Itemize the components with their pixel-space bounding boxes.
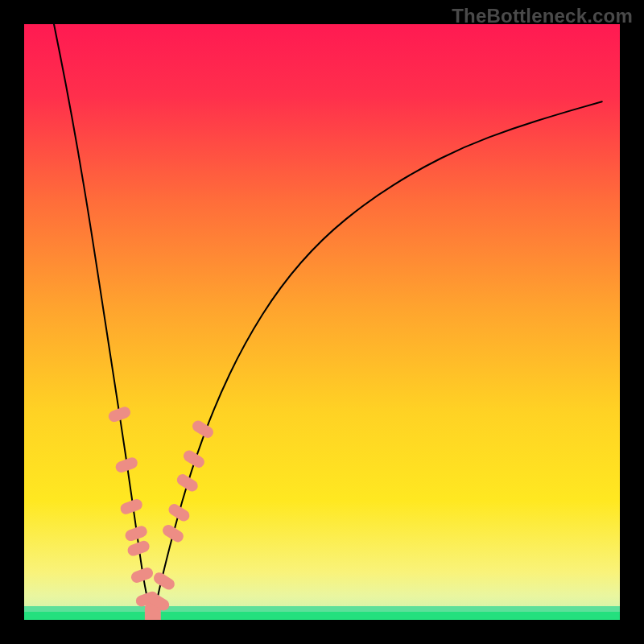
chart-frame: TheBottleneck.com xyxy=(0,0,644,644)
bottleneck-chart xyxy=(0,0,644,644)
plot-area xyxy=(24,24,620,620)
green-band-upper xyxy=(24,606,620,612)
green-band xyxy=(24,612,620,620)
gradient-background xyxy=(24,24,620,620)
